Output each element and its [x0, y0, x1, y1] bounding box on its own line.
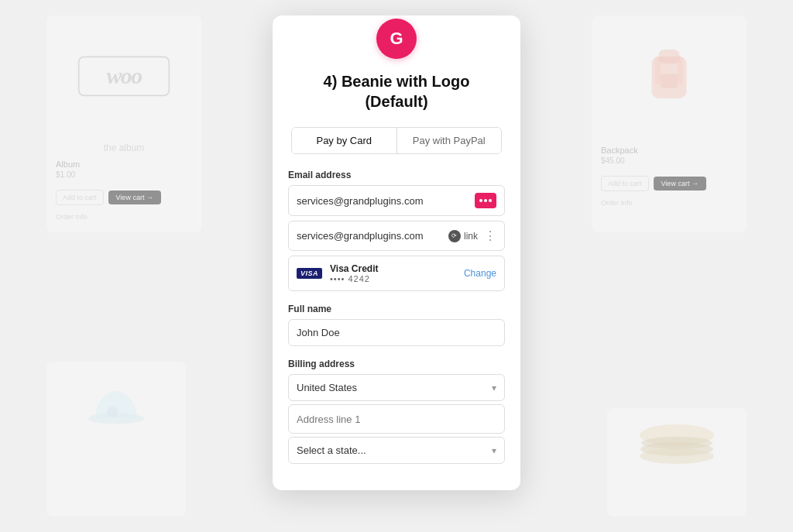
- billing-section: Billing address United States ▾ Select: [288, 359, 505, 464]
- billing-label: Billing address: [288, 359, 505, 369]
- email-options-icon[interactable]: [475, 193, 496, 208]
- email-input[interactable]: [297, 195, 475, 207]
- avatar: G: [376, 19, 417, 59]
- payment-tab-group: Pay by Card Pay with PayPal: [291, 127, 502, 154]
- full-name-input-wrapper[interactable]: [288, 319, 505, 346]
- chevron-down-icon: ▾: [492, 383, 496, 393]
- more-options-icon[interactable]: ⋮: [484, 228, 496, 243]
- modal-header: G 4) Beanie with Logo (Default) Pay by C…: [273, 15, 520, 154]
- modal-body: Email address services@grandplugins.com …: [273, 170, 520, 464]
- dot-1: [479, 199, 482, 202]
- email-input-wrapper[interactable]: [288, 185, 505, 216]
- avatar-container: G: [291, 19, 502, 59]
- address-line-1-input[interactable]: [297, 414, 496, 425]
- link-text: link: [464, 231, 478, 242]
- email-label: Email address: [288, 170, 505, 180]
- country-select[interactable]: United States: [297, 382, 492, 393]
- full-name-section: Full name: [288, 304, 505, 346]
- modal-title: 4) Beanie with Logo (Default): [291, 71, 502, 112]
- saved-email-text: services@grandplugins.com: [297, 230, 448, 242]
- card-row: VISA Visa Credit •••• 4242 Change: [288, 256, 505, 291]
- saved-email-row[interactable]: services@grandplugins.com ⟳ link ⋮: [288, 221, 505, 251]
- address-line-1-wrapper[interactable]: [288, 404, 505, 434]
- state-select[interactable]: Select a state...: [297, 444, 492, 456]
- dot-3: [489, 199, 492, 202]
- tab-pay-with-paypal[interactable]: Pay with PayPal: [397, 128, 502, 153]
- visa-logo: VISA: [297, 268, 322, 279]
- link-circle-icon: ⟳: [448, 230, 461, 242]
- tab-pay-by-card[interactable]: Pay by Card: [292, 128, 397, 153]
- link-icon-text: ⟳: [451, 232, 457, 239]
- payment-modal: G 4) Beanie with Logo (Default) Pay by C…: [273, 15, 520, 490]
- full-name-input[interactable]: [297, 327, 496, 338]
- link-badge: ⟳ link: [448, 230, 478, 242]
- state-chevron-down-icon: ▾: [492, 445, 496, 456]
- dot-2: [484, 199, 487, 202]
- full-name-label: Full name: [288, 304, 505, 314]
- card-info: Visa Credit •••• 4242: [330, 263, 464, 283]
- state-select-wrapper[interactable]: Select a state... ▾: [288, 437, 505, 464]
- card-name: Visa Credit: [330, 263, 464, 274]
- change-card-link[interactable]: Change: [464, 268, 496, 279]
- country-select-wrapper[interactable]: United States ▾: [288, 374, 505, 401]
- modal-overlay: G 4) Beanie with Logo (Default) Pay by C…: [0, 0, 793, 532]
- card-number: •••• 4242: [330, 274, 464, 283]
